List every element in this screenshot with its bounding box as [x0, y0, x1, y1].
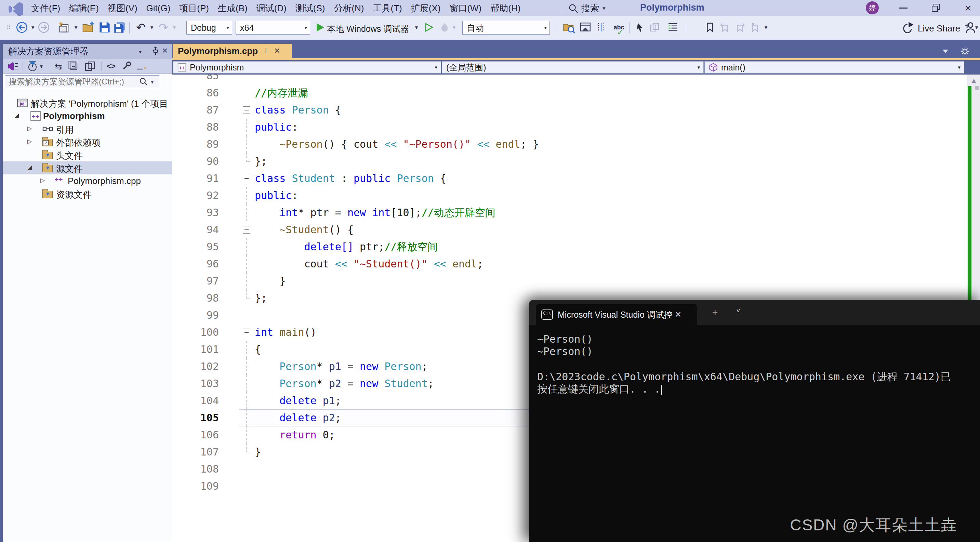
expander-closed-icon[interactable]: ▷ [27, 138, 32, 145]
selection-mode-button[interactable] [633, 21, 647, 34]
search-options-caret[interactable]: ▾ [151, 78, 154, 86]
tree-item-3[interactable]: ▷↗外部依赖项 [3, 135, 172, 148]
code-line[interactable]: 85 [172, 75, 967, 84]
code-line[interactable]: 88public: [172, 119, 967, 136]
menu-调试[interactable]: 调试(D) [252, 0, 291, 17]
indent-button[interactable] [666, 21, 680, 34]
navigate-back-button[interactable] [15, 21, 29, 34]
menu-视图[interactable]: 视图(V) [103, 0, 142, 17]
toggle-bookmark-button[interactable] [703, 21, 717, 34]
nav-project-dropdown[interactable]: ++ Polymorphism ▾ [173, 61, 441, 73]
menu-工具[interactable]: 工具(T) [369, 0, 407, 17]
prev-bookmark-button[interactable] [718, 21, 732, 34]
clear-bookmarks-button[interactable] [748, 21, 762, 34]
redo-caret[interactable]: ▾ [171, 21, 178, 34]
maximize-button[interactable] [924, 0, 948, 16]
close-icon[interactable]: ✕ [675, 310, 681, 319]
search-icon[interactable] [139, 77, 148, 86]
find-in-files-button[interactable] [562, 21, 576, 34]
new-project-button[interactable] [57, 21, 71, 34]
pin-icon[interactable] [150, 46, 161, 56]
menu-分析[interactable]: 分析(N) [329, 0, 368, 17]
search-input[interactable] [8, 77, 138, 86]
gear-icon[interactable] [960, 46, 970, 56]
tab-polymorphism-cpp[interactable]: Polymorphism.cpp ⊥ ✕ [173, 44, 292, 58]
code-line[interactable]: 93 int* ptr = new int[10];//动态开辟空间 [172, 204, 967, 221]
window-layout-button[interactable] [579, 21, 592, 34]
live-share-button[interactable] [901, 21, 915, 34]
show-all-code-button[interactable]: <> [105, 60, 117, 72]
bookmark-caret[interactable]: ▾ [762, 21, 769, 34]
next-bookmark-button[interactable] [733, 21, 747, 34]
code-line[interactable]: 91class Student : public Person { [172, 170, 967, 187]
avatar[interactable]: 婷 [866, 2, 879, 14]
spell-check-button[interactable]: abc✓ [610, 21, 628, 34]
expander-closed-icon[interactable]: ▷ [27, 125, 32, 132]
menu-生成[interactable]: 生成(B) [213, 0, 252, 17]
tree-item-6[interactable]: ▷++Polymorphism.cpp [3, 175, 172, 188]
menu-Git[interactable]: Git(G) [142, 1, 175, 16]
tree-item-4[interactable]: ▼头文件 [3, 148, 172, 161]
pin-icon[interactable]: ⊥ [262, 46, 269, 56]
scroll-up-arrow[interactable]: ▲ [967, 76, 980, 84]
undo-button[interactable]: ↶ [134, 21, 148, 34]
toolbar-grip[interactable]: ⠿ [2, 21, 16, 34]
document-list-caret[interactable] [941, 46, 950, 56]
run-label[interactable]: 本地 Windows 调试器 [327, 23, 409, 35]
profiler-caret[interactable]: ▾ [451, 21, 458, 34]
expander-closed-icon[interactable]: ▷ [40, 177, 45, 184]
live-share-label[interactable]: Live Share [918, 23, 960, 34]
tree-item-7[interactable]: ▼资源文件 [3, 188, 172, 200]
solution-config-dropdown[interactable]: Debug▾ [186, 21, 232, 35]
save-all-button[interactable] [113, 21, 127, 34]
nav-member-dropdown[interactable]: main() ▾ [705, 61, 964, 73]
code-line[interactable]: 92public: [172, 187, 967, 204]
undo-caret[interactable]: ▾ [148, 21, 155, 34]
profiler-button[interactable] [438, 21, 451, 34]
menu-项目[interactable]: 项目(P) [175, 0, 213, 17]
menu-窗口[interactable]: 窗口(W) [445, 0, 486, 17]
close-icon[interactable]: ✕ [274, 46, 280, 56]
expander-open-icon[interactable]: ◢ [14, 112, 19, 119]
tree-item-0[interactable]: ⋈解决方案 'Polymorphism' (1 个项目，共 [3, 97, 172, 110]
redo-button[interactable]: ↷ [157, 21, 170, 34]
start-without-debug-button[interactable] [422, 21, 436, 34]
scrollbar-thumb[interactable] [975, 86, 979, 90]
tab-dropdown-caret[interactable]: ˅ [736, 307, 740, 315]
pending-changes-filter-button[interactable] [27, 60, 38, 72]
debug-console-window[interactable]: Microsoft Visual Studio 调试控制台 ✕ + ˅ ~Per… [529, 300, 980, 542]
open-file-button[interactable] [81, 21, 95, 34]
filter-caret[interactable]: ▾ [38, 60, 45, 72]
properties-wrench-button[interactable] [120, 60, 132, 72]
code-line[interactable]: 90}; [172, 153, 967, 170]
code-line[interactable]: 89 ~Person() { cout << "~Person()" << en… [172, 136, 967, 153]
start-debug-button[interactable] [313, 21, 327, 34]
tree-item-1[interactable]: ◢++Polymorphism [3, 110, 172, 122]
search-button[interactable]: 搜索 ▾ [568, 2, 606, 14]
tree-item-2[interactable]: ▷引用 [3, 122, 172, 135]
collapse-box-icon[interactable] [243, 329, 250, 336]
solution-explorer-header[interactable]: 解决方案资源管理器 ▾ × [3, 44, 172, 59]
menu-扩展[interactable]: 扩展(X) [407, 0, 445, 17]
code-line[interactable]: 97 } [172, 273, 967, 289]
save-button[interactable] [98, 21, 111, 34]
close-button[interactable]: × [956, 0, 980, 16]
chevron-down-icon[interactable]: ▾ [139, 49, 142, 55]
collapse-box-icon[interactable] [243, 175, 250, 182]
collapse-all-button[interactable] [68, 60, 80, 72]
nav-scope-dropdown[interactable]: (全局范围) ▾ [442, 61, 704, 73]
expander-open-icon[interactable]: ◢ [27, 164, 32, 171]
menu-帮助[interactable]: 帮助(H) [486, 0, 525, 17]
close-icon[interactable]: × [162, 45, 167, 56]
auto-dropdown[interactable]: 自动▾ [462, 21, 550, 35]
collapse-box-icon[interactable] [243, 106, 250, 114]
minimize-button[interactable] [891, 0, 915, 16]
preview-selected-button[interactable] [135, 60, 147, 72]
new-item-caret[interactable]: ▾ [73, 21, 80, 34]
menu-文件[interactable]: 文件(F) [27, 0, 65, 17]
collapse-box-icon[interactable] [243, 226, 250, 234]
code-line[interactable]: 94 ~Student() { [172, 221, 967, 238]
run-caret[interactable]: ▾ [413, 21, 420, 34]
block-copy-button[interactable] [648, 21, 661, 34]
console-tab[interactable]: Microsoft Visual Studio 调试控制台 ✕ [536, 304, 697, 325]
